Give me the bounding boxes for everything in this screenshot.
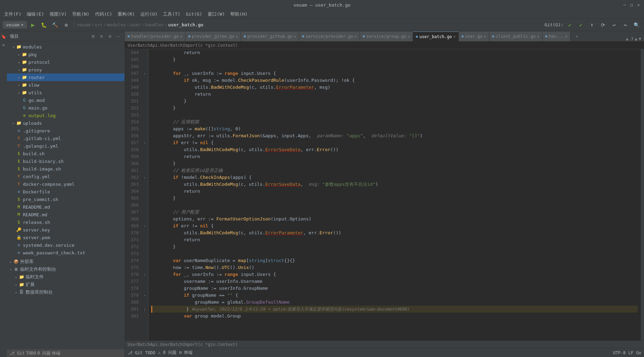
sidebar-item-proxy[interactable]: ▸ 📁 proxy <box>7 66 124 73</box>
close-button[interactable]: ✕ <box>636 2 641 8</box>
sidebar-item-buildimage[interactable]: ▸ $ build-image.sh <box>7 165 124 173</box>
sidebar-item-utils[interactable]: ▸ 📁 utils <box>7 89 124 96</box>
build-button[interactable]: 🔨 <box>50 20 60 30</box>
fold-379[interactable]: ▾ <box>144 294 146 297</box>
menu-help[interactable]: 帮助(H) <box>227 10 250 18</box>
tab-close-user[interactable]: ✕ <box>484 34 486 39</box>
menu-file[interactable]: 文件(F) <box>1 10 24 18</box>
menu-window[interactable]: 窗口(W) <box>205 10 227 18</box>
menu-view[interactable]: 视图(V) <box>47 10 69 18</box>
status-problems[interactable]: ⚠ 0 问题 <box>158 350 177 356</box>
fold-376[interactable]: ▾ <box>144 273 146 277</box>
breadcrumb-veuam[interactable]: veuam <box>77 22 91 27</box>
status-todo[interactable]: TODO <box>145 350 155 355</box>
todo-label[interactable]: TODO <box>26 351 36 356</box>
tab-handler-provider[interactable]: handler/provider.go ✕ <box>125 32 186 41</box>
tabs-more-button[interactable]: » <box>572 32 582 41</box>
sidebar-item-router[interactable]: ▸ 📁 router <box>7 73 124 81</box>
tab-user[interactable]: user.go ✕ <box>459 32 489 41</box>
tab-service-group[interactable]: service/group.go ✕ <box>360 32 413 41</box>
tab-user-batch[interactable]: user_batch.go ✕ <box>413 32 459 41</box>
breadcrumb-user[interactable]: user <box>130 22 141 27</box>
breadcrumb-modules[interactable]: modules <box>107 22 126 27</box>
fold-369[interactable]: ▾ <box>144 224 146 228</box>
sidebar-item-serverpem[interactable]: ▸ 🔒 server.pem <box>7 234 124 241</box>
sidebar-item-maingo[interactable]: ▸ G main.go <box>7 104 124 112</box>
settings-button[interactable]: ⚙ <box>61 20 71 30</box>
maximize-button[interactable]: □ <box>629 2 634 8</box>
menu-git[interactable]: Git(G) <box>183 11 205 17</box>
breadcrumb-handler[interactable]: handler <box>145 22 164 27</box>
git-pull-button[interactable]: ⬇ <box>587 20 597 30</box>
sidebar-item-slow[interactable]: ▸ 📁 slow <box>7 81 124 89</box>
sidebar-item-buildbinary[interactable]: ▸ $ build-binary.sh <box>7 157 124 165</box>
tab-client-public[interactable]: client_public.go ✕ <box>489 32 542 41</box>
git-undo-button[interactable]: ↩ <box>609 20 619 30</box>
tab-close-user-batch[interactable]: ✕ <box>453 34 456 39</box>
project-selector[interactable]: veuam ▾ <box>3 21 27 28</box>
fold-381[interactable]: } <box>144 307 146 311</box>
sidebar-item-pkg[interactable]: ▸ 📁 pkg <box>7 51 124 58</box>
tab-close-provider-github[interactable]: ✕ <box>294 34 296 39</box>
code-area[interactable]: return } for _, userInfo := range input.… <box>148 49 641 340</box>
tab-provider-gitee[interactable]: provider_gitee.go ✕ <box>186 32 241 41</box>
tab-nav-up[interactable]: ▲ <box>635 36 637 41</box>
git-push-button[interactable]: ✔ <box>576 20 586 30</box>
sidebar-item-temp-files[interactable]: ▾ 🖥 临时文件和控制台 <box>7 265 124 273</box>
sidebar-item-readme1[interactable]: ▸ M READEME.md <box>7 203 124 211</box>
sidebar-close-icon[interactable]: — <box>115 33 122 40</box>
sidebar-item-gitlab-ci[interactable]: ▸ Y .gitlab-ci.yml <box>7 134 124 142</box>
right-scrollbar[interactable] <box>641 49 644 340</box>
tab-close-provider-gitee[interactable]: ✕ <box>236 34 238 39</box>
breadcrumb-current-file[interactable]: user_batch.go <box>168 22 204 27</box>
sidebar-item-configyml[interactable]: ▸ Y config.yml <box>7 173 124 180</box>
tab-close-client-public[interactable]: ✕ <box>537 34 540 39</box>
sidebar-item-protocol[interactable]: ▸ 📁 protocol <box>7 58 124 66</box>
sidebar-collapse-icon[interactable]: ≡ <box>98 33 105 40</box>
sidebar-item-modules[interactable]: ▾ 📁 modules <box>7 43 124 51</box>
menu-refactor[interactable]: 重构(R) <box>115 10 137 18</box>
tab-close-service-provider[interactable]: ✕ <box>354 34 357 39</box>
sidebar-item-extensions[interactable]: ▸ 📁 扩展 <box>7 281 124 288</box>
sidebar-item-dockercompose[interactable]: ▸ Y docker-compose.yaml <box>7 180 124 188</box>
sidebar-item-dockerfile[interactable]: ▸ ≡ Dockerfile <box>7 188 124 195</box>
run-button[interactable]: ▶ <box>28 20 38 30</box>
sidebar-item-gitignore[interactable]: ▸ ≡ .gitignore <box>7 127 124 134</box>
sidebar-item-external-lib[interactable]: ▸ 📦 外部库 <box>7 258 124 265</box>
status-lang[interactable]: Go <box>636 350 641 355</box>
sidebar-item-db-console[interactable]: ▸ 🗄 数据库控制台 <box>7 288 124 296</box>
menu-navigate[interactable]: 导航(N) <box>69 10 92 18</box>
sidebar-item-uploads[interactable]: ▸ 📁 uploads <box>7 119 124 127</box>
git-fetch-button[interactable]: ⟳ <box>598 20 608 30</box>
status-encoding[interactable]: UTF-8 <box>613 350 626 355</box>
breadcrumb-src[interactable]: src <box>95 22 103 27</box>
menu-tools[interactable]: 工具(T) <box>160 10 183 18</box>
tab-nav-down[interactable]: ▼ <box>639 36 641 41</box>
sidebar-item-releasesh[interactable]: ▸ $ release.sh <box>7 218 124 226</box>
menu-run[interactable]: 运行(U) <box>138 10 160 18</box>
sidebar-item-readme2[interactable]: ▸ M README.md <box>7 211 124 218</box>
tab-han-ellipsis[interactable]: han... ✕ <box>542 32 570 41</box>
status-terminal[interactable]: ⊟ 终端 <box>179 350 192 356</box>
status-line-sep[interactable]: LF <box>628 350 633 355</box>
search-button[interactable]: 🔍 <box>632 20 641 30</box>
tab-close-handler-provider[interactable]: ✕ <box>180 34 182 39</box>
structure-icon[interactable]: ≡ <box>1 42 6 48</box>
minimize-button[interactable]: ─ <box>622 2 627 8</box>
sidebar-item-weekpassword[interactable]: ▸ ≡ week_password_check.txt <box>7 249 124 256</box>
tab-provider-github[interactable]: provider_github.go ✕ <box>241 32 299 41</box>
sidebar-item-systemd[interactable]: ▸ ≡ systemd.dev.service <box>7 241 124 249</box>
sidebar-item-outputlog[interactable]: ▸ ≡ output.log <box>7 112 124 119</box>
bookmarks-icon[interactable]: 🔖 <box>1 34 6 40</box>
git-icon[interactable]: ⎇ Git <box>10 351 25 356</box>
sidebar-item-golangci[interactable]: ▸ Y .golangci.yml <box>7 142 124 150</box>
terminal-label[interactable]: 终端 <box>52 350 60 356</box>
sidebar-item-temp[interactable]: ▸ 📁 临时文件 <box>7 273 124 281</box>
status-git[interactable]: ⎇ Git <box>128 350 143 355</box>
sidebar-item-buildsh[interactable]: ▸ $ build.sh <box>7 150 124 157</box>
sidebar-item-precommit[interactable]: ▸ $ pre_commit.sh <box>7 195 124 203</box>
fold-357[interactable]: ▾ <box>144 141 146 145</box>
git-redo-button[interactable]: ↪ <box>620 20 630 30</box>
menu-edit[interactable]: 编辑(E) <box>24 10 46 18</box>
fold-347[interactable]: ▾ <box>144 72 146 76</box>
